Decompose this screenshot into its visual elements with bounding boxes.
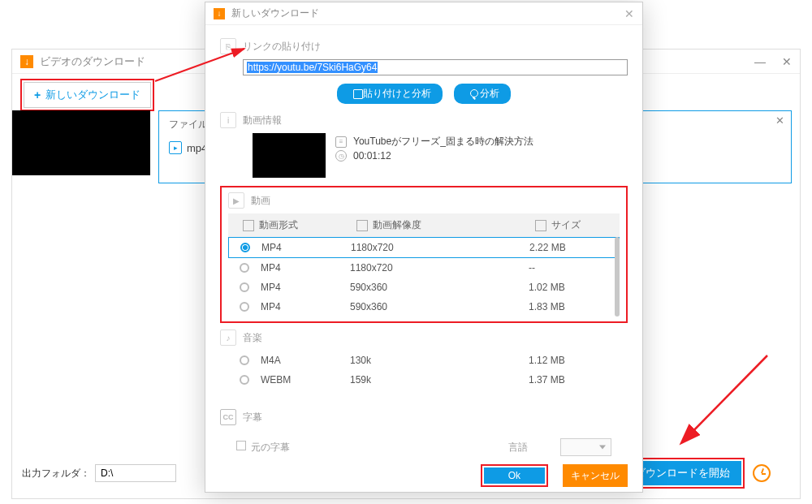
url-input[interactable]: https://youtu.be/7Ski6HaGy64 [243, 59, 628, 75]
minimize-icon[interactable]: — [754, 55, 766, 68]
format-row[interactable]: WEBM 159k 1.37 MB [228, 370, 628, 390]
music-icon: ♪ [220, 330, 236, 346]
scrollbar[interactable] [615, 237, 620, 317]
close-icon[interactable]: ✕ [775, 114, 784, 127]
dialog-title: 新しいダウンロード [231, 6, 319, 20]
clock-icon: ◷ [335, 150, 347, 162]
url-icon: ⎘ [220, 38, 236, 54]
search-icon [465, 89, 475, 99]
format-row[interactable]: MP4 590x360 1.02 MB [228, 278, 620, 297]
video-thumbnail [253, 133, 326, 178]
language-select[interactable] [560, 438, 611, 456]
document-icon: ≡ [335, 136, 347, 148]
dialog-titlebar: ↓ 新しいダウンロード ✕ [205, 2, 642, 25]
close-icon[interactable]: ✕ [624, 7, 634, 20]
subtitle-section-label: 字幕 [243, 411, 262, 424]
format-table-header: 動画形式 動画解像度 サイズ [228, 213, 620, 237]
video-title: YouTubeがフリーズ_固まる時の解決方法 [353, 135, 533, 149]
link-paste-label: リンクの貼り付け [243, 40, 321, 54]
info-icon: i [220, 112, 236, 128]
radio-icon[interactable] [240, 355, 249, 365]
dialog-footer: Ok キャンセル [481, 464, 628, 487]
video-icon: ▶ [228, 192, 244, 209]
radio-icon[interactable] [240, 302, 249, 312]
paste-icon [348, 89, 358, 99]
format-row[interactable]: MP4 590x360 1.83 MB [228, 297, 620, 317]
link-section-head: ⎘ リンクの貼り付け [220, 38, 628, 54]
video-section-label: 動画 [251, 194, 270, 208]
mp4-icon: ▸ [169, 141, 182, 154]
checkbox-icon [236, 441, 246, 450]
original-subtitle-checkbox[interactable]: 元の字幕 [236, 441, 290, 454]
video-info-section-head: i 動画情報 [220, 112, 628, 128]
radio-icon[interactable] [240, 375, 249, 385]
video-info-label: 動画情報 [243, 114, 282, 127]
subtitle-row: 元の字幕 言語 [220, 430, 628, 464]
analyze-button-row: 貼り付けと分析 分析 [220, 84, 628, 104]
plus-icon: + [34, 88, 41, 101]
schedule-icon[interactable] [753, 464, 771, 482]
ok-button[interactable]: Ok [484, 467, 545, 484]
video-info: ≡YouTubeがフリーズ_固まる時の解決方法 ◷00:01:12 [220, 133, 628, 178]
close-icon[interactable]: ✕ [782, 55, 792, 68]
radio-icon[interactable] [240, 263, 249, 273]
video-section-head: ▶ 動画 [228, 192, 620, 209]
output-folder-input[interactable] [95, 464, 176, 482]
cancel-button[interactable]: キャンセル [563, 464, 628, 487]
format-row[interactable]: MP4 1180x720 2.22 MB [228, 237, 620, 258]
language-label: 言語 [508, 441, 528, 454]
annotation-highlight: + 新しいダウンロード [20, 79, 154, 111]
format-row[interactable]: MP4 1180x720 -- [228, 258, 620, 278]
paste-analyze-button[interactable]: 貼り付けと分析 [337, 84, 443, 104]
cc-icon: CC [220, 409, 236, 425]
radio-icon[interactable] [240, 282, 249, 292]
subtitle-section-head: CC 字幕 [220, 409, 628, 425]
resolution-icon [356, 220, 368, 231]
annotation-highlight: Ok [481, 464, 548, 487]
window-controls: — ✕ [754, 55, 792, 68]
radio-icon[interactable] [240, 243, 250, 252]
format-icon [243, 220, 254, 231]
app-icon: ↓ [20, 55, 33, 68]
video-format-table: 動画形式 動画解像度 サイズ MP4 1180x720 2.22 MB MP4 … [228, 213, 620, 317]
video-duration: 00:01:12 [353, 150, 391, 162]
main-title: ビデオのダウンロード [40, 54, 145, 69]
app-icon: ↓ [214, 8, 225, 19]
annotation-highlight: ▶ 動画 動画形式 動画解像度 サイズ MP4 1180x720 2.22 MB [220, 186, 628, 323]
new-download-button[interactable]: + 新しいダウンロード [24, 82, 151, 108]
format-row[interactable]: M4A 130k 1.12 MB [228, 351, 628, 370]
size-icon [535, 220, 546, 231]
audio-section-label: 音楽 [243, 331, 262, 345]
video-thumbnail [12, 110, 150, 175]
analyze-button[interactable]: 分析 [454, 84, 511, 104]
video-meta: ≡YouTubeがフリーズ_固まる時の解決方法 ◷00:01:12 [335, 133, 628, 178]
video-format-rows: MP4 1180x720 2.22 MB MP4 1180x720 -- MP4… [228, 237, 620, 317]
dialog-body: ⎘ リンクの貼り付け https://youtu.be/7Ski6HaGy64 … [205, 25, 642, 464]
new-download-label: 新しいダウンロード [45, 88, 140, 102]
audio-format-rows: M4A 130k 1.12 MB WEBM 159k 1.37 MB [220, 351, 628, 390]
audio-section-head: ♪ 音楽 [220, 330, 628, 346]
new-download-dialog: ↓ 新しいダウンロード ✕ ⎘ リンクの貼り付け https://youtu.b… [205, 2, 643, 493]
output-folder-label: 出力フォルダ： [22, 467, 90, 480]
